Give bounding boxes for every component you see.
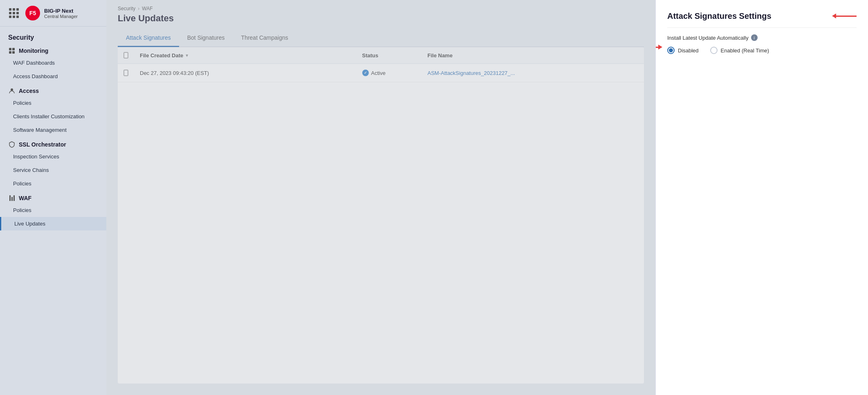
status-dot: [362, 70, 369, 76]
radio-disabled-circle[interactable]: [667, 47, 675, 54]
brand-name: BIG-IP Next: [44, 8, 78, 14]
th-file-created-date[interactable]: File Created Date ▼: [134, 47, 357, 63]
table-header: File Created Date ▼ Status File Name: [118, 47, 644, 64]
tab-attack-signatures[interactable]: Attack Signatures: [118, 29, 179, 47]
right-panel: Attack Signatures Settings Install Lates…: [655, 0, 868, 395]
breadcrumb-waf[interactable]: WAF: [142, 6, 153, 11]
right-arrow-annotation: [836, 16, 857, 17]
access-icon: [8, 87, 16, 95]
content-area: Attack Signatures Bot Signatures Threat …: [106, 29, 655, 395]
sidebar-item-service-chains[interactable]: Service Chains: [0, 163, 106, 177]
panel-title-text: Attack Signatures Settings: [667, 11, 772, 21]
th-file-name-label: File Name: [428, 52, 453, 59]
ssl-orchestrator-group[interactable]: SSL Orchestrator: [0, 137, 106, 150]
breadcrumb-separator: ›: [138, 6, 139, 11]
sidebar-item-policies-access[interactable]: Policies: [0, 96, 106, 110]
main: Security › WAF Live Updates Attack Signa…: [106, 0, 655, 395]
sort-icon: ▼: [185, 53, 189, 58]
arrow-line-left: [655, 47, 659, 48]
th-status-label: Status: [362, 52, 379, 59]
sidebar-item-policies-ssl[interactable]: Policies: [0, 177, 106, 190]
sidebar-item-access-dashboard[interactable]: Access Dashboard: [0, 70, 106, 83]
select-all-checkbox[interactable]: [123, 52, 128, 59]
radio-realtime-circle[interactable]: [710, 47, 718, 54]
table-row: Dec 27, 2023 09:43:20 (EST) Active ASM-A…: [118, 64, 644, 82]
radio-realtime-label: Enabled (Real Time): [721, 47, 769, 54]
sidebar-item-software-management[interactable]: Software Management: [0, 123, 106, 137]
th-checkbox: [118, 47, 134, 63]
arrow-head: [832, 14, 836, 18]
svg-point-4: [11, 88, 13, 91]
file-created-date-value: Dec 27, 2023 09:43:20 (EST): [140, 70, 209, 76]
radio-disabled-option[interactable]: Disabled: [667, 47, 699, 54]
panel-title-row: Attack Signatures Settings: [667, 11, 857, 28]
info-icon[interactable]: i: [751, 34, 758, 41]
svg-rect-0: [9, 48, 11, 50]
status-text: Active: [371, 70, 386, 76]
main-header: Security › WAF Live Updates: [106, 0, 655, 29]
breadcrumb-security[interactable]: Security: [118, 6, 135, 11]
ssl-label: SSL Orchestrator: [19, 141, 66, 148]
svg-rect-3: [12, 51, 15, 54]
ssl-icon: [8, 141, 16, 148]
panel-install-label: Install Latest Update Automatically i: [667, 34, 857, 41]
install-label-text: Install Latest Update Automatically: [667, 35, 749, 41]
waf-group-icon: [8, 194, 16, 202]
app-grid-button[interactable]: [7, 6, 21, 20]
arrow-line: [836, 16, 857, 17]
monitoring-label: Monitoring: [19, 47, 48, 54]
panel-section-install: Install Latest Update Automatically i Di…: [667, 34, 857, 61]
arrow-head-right: [658, 45, 662, 50]
radio-realtime-option[interactable]: Enabled (Real Time): [710, 47, 769, 54]
panel-title: Attack Signatures Settings: [667, 11, 772, 21]
th-status: Status: [357, 47, 422, 63]
th-file-created-date-label: File Created Date: [140, 52, 183, 59]
radio-group: Disabled Enabled (Real Time): [667, 47, 769, 54]
nav-section-security: Security Monitoring WAF Dashboards Acces…: [0, 27, 106, 233]
sidebar-item-live-updates[interactable]: Live Updates: [0, 217, 106, 230]
tabs: Attack Signatures Bot Signatures Threat …: [118, 29, 644, 47]
td-status: Active: [357, 64, 422, 82]
access-group[interactable]: Access: [0, 83, 106, 96]
status-badge: Active: [362, 70, 386, 76]
sidebar-item-clients-installer[interactable]: Clients Installer Customization: [0, 110, 106, 123]
page-title: Live Updates: [118, 13, 644, 24]
brand-sub: Central Manager: [44, 14, 78, 19]
tab-bot-signatures[interactable]: Bot Signatures: [179, 29, 233, 47]
left-arrow-annotation: [655, 47, 659, 48]
tab-threat-campaigns[interactable]: Threat Campaigns: [233, 29, 296, 47]
access-label: Access: [19, 88, 39, 94]
brand-text: BIG-IP Next Central Manager: [44, 8, 78, 19]
f5-logo: F5: [25, 6, 40, 20]
svg-rect-2: [9, 51, 11, 54]
file-name-link[interactable]: ASM-AttackSignatures_20231227_...: [428, 70, 515, 76]
row-checkbox[interactable]: [123, 70, 128, 76]
sidebar-item-waf-dashboards[interactable]: WAF Dashboards: [0, 56, 106, 70]
sidebar-item-policies-waf[interactable]: Policies: [0, 203, 106, 217]
td-file-name: ASM-AttackSignatures_20231227_...: [422, 64, 644, 82]
monitoring-group[interactable]: Monitoring: [0, 43, 106, 56]
radio-row-with-arrow: Disabled Enabled (Real Time): [667, 47, 857, 54]
radio-disabled-label: Disabled: [678, 47, 699, 54]
sidebar: F5 BIG-IP Next Central Manager Security …: [0, 0, 106, 395]
main-content-area: Security › WAF Live Updates Attack Signa…: [106, 0, 655, 395]
svg-rect-1: [12, 48, 15, 50]
table-container: File Created Date ▼ Status File Name: [118, 47, 644, 384]
th-file-name: File Name: [422, 47, 644, 63]
sidebar-item-inspection-services[interactable]: Inspection Services: [0, 150, 106, 163]
breadcrumb: Security › WAF: [118, 6, 644, 11]
td-file-created-date: Dec 27, 2023 09:43:20 (EST): [134, 64, 357, 82]
sidebar-header: F5 BIG-IP Next Central Manager: [0, 0, 106, 27]
td-checkbox: [118, 64, 134, 82]
waf-group[interactable]: WAF: [0, 190, 106, 203]
waf-label: WAF: [19, 195, 31, 201]
security-section-title: Security: [0, 29, 106, 43]
monitoring-icon: [8, 47, 16, 54]
